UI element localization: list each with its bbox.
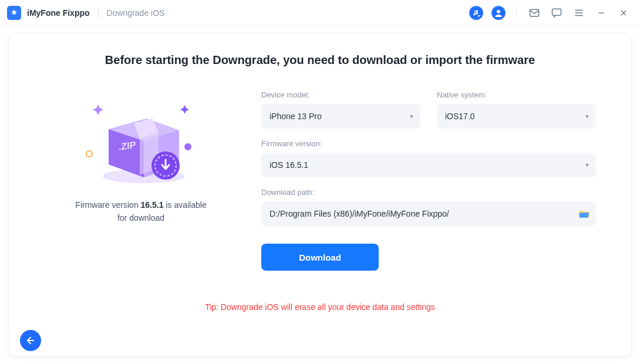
fw-caption-prefix: Firmware version <box>75 200 140 210</box>
svg-rect-5 <box>553 9 561 15</box>
download-badge-icon <box>151 151 180 180</box>
main-card: Before starting the Downgrade, you need … <box>8 33 632 357</box>
menu-icon[interactable] <box>572 6 586 20</box>
firmware-box-illustration: .ZIP <box>76 94 206 188</box>
titlebar-actions <box>469 6 631 20</box>
close-button[interactable] <box>617 6 631 20</box>
titlebar: iMyFone Fixppo Downgrade iOS <box>0 0 640 26</box>
mail-icon[interactable] <box>527 6 541 20</box>
firmware-version-select[interactable] <box>261 153 596 177</box>
titlebar-divider <box>98 8 99 18</box>
device-model-select[interactable] <box>261 104 420 129</box>
fw-caption-suffix1: is available <box>164 200 207 210</box>
back-button[interactable] <box>20 330 41 351</box>
svg-point-13 <box>86 151 92 157</box>
titlebar-separator <box>516 7 517 19</box>
browse-folder-button[interactable] <box>578 208 590 219</box>
minimize-button[interactable] <box>594 6 608 20</box>
app-window: iMyFone Fixppo Downgrade iOS <box>0 0 640 364</box>
account-icon[interactable] <box>491 6 506 20</box>
fw-caption-line2: for download <box>117 213 164 223</box>
page-heading: Before starting the Downgrade, you need … <box>44 53 596 67</box>
svg-point-12 <box>184 143 191 150</box>
firmware-version-label: Firmware version: <box>261 139 596 148</box>
breadcrumb: Downgrade iOS <box>107 8 165 18</box>
form-column: Device model: ▾ Native system: ▾ <box>261 90 596 226</box>
app-logo-icon <box>7 6 21 20</box>
firmware-caption: Firmware version 16.5.1 is available for… <box>75 198 206 225</box>
native-system-label: Native system: <box>437 90 596 99</box>
download-path-label: Download path: <box>261 188 596 197</box>
svg-point-3 <box>497 9 500 13</box>
feedback-icon[interactable] <box>550 6 564 20</box>
warning-tip: Tip: Downgrade iOS will erase all your d… <box>44 302 596 312</box>
download-path-input[interactable] <box>261 201 596 226</box>
device-model-label: Device model: <box>261 90 420 99</box>
download-button[interactable]: Download <box>261 244 379 271</box>
illustration-column: .ZIP Firmware version 16.5.1 is availabl… <box>44 90 238 226</box>
native-system-select[interactable] <box>437 104 596 129</box>
music-share-icon[interactable] <box>469 6 483 20</box>
app-title: iMyFone Fixppo <box>27 8 90 18</box>
fw-caption-version: 16.5.1 <box>141 200 164 210</box>
